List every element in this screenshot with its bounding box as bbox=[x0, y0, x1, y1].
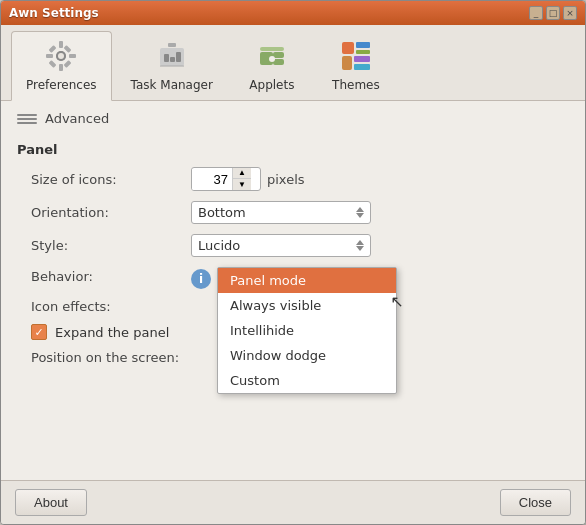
tab-themes[interactable]: Themes bbox=[316, 31, 396, 100]
svg-point-21 bbox=[269, 56, 275, 62]
themes-icon bbox=[338, 38, 374, 74]
behavior-info-icon[interactable]: i bbox=[191, 269, 211, 289]
svg-rect-5 bbox=[49, 45, 57, 53]
orientation-select[interactable]: Bottom bbox=[191, 201, 371, 224]
dropdown-item-panel-mode[interactable]: Panel mode bbox=[218, 268, 396, 293]
orientation-arrow bbox=[356, 207, 364, 218]
bottom-bar: About Close bbox=[1, 480, 585, 524]
maximize-button[interactable]: □ bbox=[546, 6, 560, 20]
size-of-icons-row: Size of icons: ▲ ▼ pixels bbox=[17, 167, 569, 191]
taskmanager-icon bbox=[154, 38, 190, 74]
style-value: Lucido bbox=[198, 238, 240, 253]
svg-rect-15 bbox=[176, 52, 181, 62]
expand-panel-checkbox[interactable] bbox=[31, 324, 47, 340]
tab-task-manager-label: Task Manager bbox=[131, 78, 213, 92]
svg-rect-3 bbox=[46, 54, 53, 58]
spinbox-buttons: ▲ ▼ bbox=[232, 168, 251, 190]
svg-rect-2 bbox=[59, 64, 63, 71]
svg-rect-1 bbox=[59, 41, 63, 48]
icon-effects-label: Icon effects: bbox=[31, 299, 191, 314]
content-area: Advanced Panel Size of icons: ▲ ▼ pixels… bbox=[1, 101, 585, 480]
arrow-down-icon bbox=[356, 246, 364, 251]
style-row: Style: Lucido bbox=[17, 234, 569, 257]
svg-rect-22 bbox=[342, 42, 354, 54]
dropdown-item-intellihide[interactable]: Intellihide bbox=[218, 318, 396, 343]
svg-rect-12 bbox=[168, 43, 176, 47]
style-label: Style: bbox=[31, 238, 191, 253]
svg-rect-7 bbox=[64, 45, 72, 53]
hamburger-icon bbox=[17, 114, 37, 124]
behavior-dropdown-menu: Panel mode Always visible Intellihide Wi… bbox=[217, 267, 397, 394]
tab-preferences[interactable]: Preferences bbox=[11, 31, 112, 101]
minimize-button[interactable]: _ bbox=[529, 6, 543, 20]
spinbox-up-button[interactable]: ▲ bbox=[233, 168, 251, 179]
svg-rect-6 bbox=[64, 60, 72, 68]
style-control: Lucido bbox=[191, 234, 569, 257]
expand-panel-label: Expand the panel bbox=[55, 325, 169, 340]
svg-rect-18 bbox=[273, 52, 284, 58]
tab-applets[interactable]: Applets bbox=[232, 31, 312, 100]
tab-themes-label: Themes bbox=[332, 78, 380, 92]
close-button[interactable]: Close bbox=[500, 489, 571, 516]
svg-rect-27 bbox=[354, 64, 370, 70]
orientation-row: Orientation: Bottom bbox=[17, 201, 569, 224]
window-title: Awn Settings bbox=[9, 6, 99, 20]
orientation-value: Bottom bbox=[198, 205, 246, 220]
about-button[interactable]: About bbox=[15, 489, 87, 516]
behavior-row: Behavior: i Panel mode Always visible In… bbox=[17, 267, 569, 289]
size-of-icons-control: ▲ ▼ pixels bbox=[191, 167, 569, 191]
dropdown-item-window-dodge[interactable]: Window dodge bbox=[218, 343, 396, 368]
spinbox-down-button[interactable]: ▼ bbox=[233, 179, 251, 190]
behavior-control: i Panel mode Always visible Intellihide … bbox=[191, 267, 569, 289]
panel-group-label: Panel bbox=[17, 142, 569, 157]
svg-rect-4 bbox=[69, 54, 76, 58]
main-window: Awn Settings _ □ × bbox=[0, 0, 586, 525]
svg-rect-24 bbox=[356, 50, 370, 54]
svg-rect-8 bbox=[49, 60, 57, 68]
svg-rect-23 bbox=[356, 42, 370, 48]
arrow-down-icon bbox=[356, 213, 364, 218]
titlebar-buttons: _ □ × bbox=[529, 6, 577, 20]
position-label: Position on the screen: bbox=[31, 350, 191, 365]
style-arrow bbox=[356, 240, 364, 251]
applets-icon bbox=[254, 38, 290, 74]
style-select[interactable]: Lucido bbox=[191, 234, 371, 257]
tab-task-manager[interactable]: Task Manager bbox=[116, 31, 228, 100]
svg-point-10 bbox=[58, 53, 64, 59]
behavior-label: Behavior: bbox=[31, 267, 191, 284]
svg-rect-13 bbox=[164, 54, 169, 62]
svg-rect-20 bbox=[260, 47, 284, 51]
dropdown-item-custom[interactable]: Custom bbox=[218, 368, 396, 393]
pixels-unit-label: pixels bbox=[267, 172, 305, 187]
size-of-icons-spinbox[interactable]: ▲ ▼ bbox=[191, 167, 261, 191]
svg-rect-26 bbox=[354, 56, 370, 62]
size-of-icons-label: Size of icons: bbox=[31, 172, 191, 187]
dropdown-item-always-visible[interactable]: Always visible bbox=[218, 293, 396, 318]
orientation-control: Bottom bbox=[191, 201, 569, 224]
advanced-label: Advanced bbox=[45, 111, 109, 126]
arrow-up-icon bbox=[356, 240, 364, 245]
gear-icon bbox=[43, 38, 79, 74]
tab-applets-label: Applets bbox=[249, 78, 294, 92]
close-button[interactable]: × bbox=[563, 6, 577, 20]
size-of-icons-input[interactable] bbox=[192, 169, 232, 190]
tab-preferences-label: Preferences bbox=[26, 78, 97, 92]
titlebar: Awn Settings _ □ × bbox=[1, 1, 585, 25]
arrow-up-icon bbox=[356, 207, 364, 212]
mouse-cursor-icon: ↖ bbox=[391, 292, 404, 311]
svg-rect-14 bbox=[170, 57, 175, 62]
svg-rect-25 bbox=[342, 56, 352, 70]
toolbar: Preferences Task Manager bbox=[1, 25, 585, 101]
orientation-label: Orientation: bbox=[31, 205, 191, 220]
advanced-section-header: Advanced bbox=[17, 111, 569, 132]
